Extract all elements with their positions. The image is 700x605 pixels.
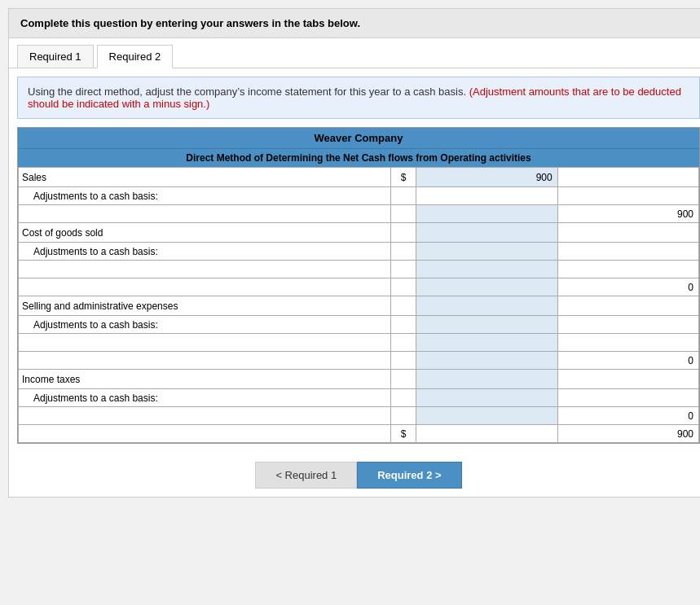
- sales-label: Sales: [19, 168, 391, 187]
- sga-result: 0: [557, 352, 698, 370]
- instruction-bar: Complete this question by entering your …: [9, 9, 700, 38]
- table-container: Weaver Company Direct Method of Determin…: [17, 127, 700, 444]
- tax-adj-input-1[interactable]: [420, 392, 553, 404]
- sga-adj-result-2: [557, 334, 698, 352]
- tax-adj-symbol: [390, 389, 416, 407]
- cogs-adj-input-cell-3[interactable]: [416, 278, 557, 296]
- bottom-nav: < Required 1 Required 2 >: [9, 452, 700, 497]
- cogs-result: 0: [557, 278, 698, 296]
- sga-input[interactable]: [420, 300, 553, 312]
- prev-button-label: < Required 1: [275, 469, 337, 481]
- tab-required1[interactable]: Required 1: [17, 45, 94, 68]
- tax-adj-label-row: Adjustments to a cash basis:: [19, 389, 699, 407]
- sales-adj-symbol-2: [390, 205, 416, 223]
- sales-row: Sales $: [19, 168, 699, 187]
- cogs-adj-label-3: [19, 278, 391, 296]
- info-text: Using the direct method, adjust the comp…: [28, 85, 466, 98]
- cogs-result-blank: [557, 223, 698, 243]
- cogs-adj-input-cell-1[interactable]: [416, 243, 557, 261]
- sales-input[interactable]: [420, 172, 553, 183]
- tabs-row: Required 1 Required 2: [9, 38, 700, 68]
- tab-required1-label: Required 1: [29, 50, 81, 63]
- prev-button[interactable]: < Required 1: [255, 462, 357, 489]
- cogs-adj-symbol: [390, 243, 416, 261]
- tax-adj-input-cell-2[interactable]: [416, 407, 557, 425]
- cogs-label: Cost of goods sold: [19, 223, 391, 243]
- next-button[interactable]: Required 2 >: [357, 462, 461, 489]
- instruction-text: Complete this question by entering your …: [20, 17, 360, 29]
- sales-input-cell[interactable]: [416, 168, 557, 187]
- sga-adj-row-3: 0: [19, 352, 699, 370]
- table-subtitle: Direct Method of Determining the Net Cas…: [18, 148, 699, 167]
- sales-adj-result-1: [557, 187, 698, 205]
- cogs-adj-input-2[interactable]: [420, 264, 553, 275]
- tab-required2[interactable]: Required 2: [97, 45, 174, 68]
- sga-adj-label-2: [19, 334, 391, 352]
- final-symbol: $: [390, 425, 416, 443]
- sga-input-cell[interactable]: [416, 296, 557, 316]
- sales-adj-input-field-1[interactable]: [420, 191, 553, 202]
- tax-row: Income taxes: [19, 370, 699, 389]
- sales-adj-label-2: [19, 205, 391, 223]
- cogs-row: Cost of goods sold: [19, 223, 699, 243]
- sga-adj-result-1: [557, 316, 698, 334]
- tax-adj-input-2[interactable]: [420, 410, 553, 422]
- cogs-adj-result-2: [557, 261, 698, 278]
- final-total-row: $ 900: [19, 425, 699, 443]
- sga-result-blank: [557, 296, 698, 316]
- sga-symbol: [390, 296, 416, 316]
- cogs-adj-input-1[interactable]: [420, 246, 553, 257]
- sga-adj-symbol: [390, 316, 416, 334]
- tax-result: 0: [557, 407, 698, 425]
- cogs-input-cell[interactable]: [416, 223, 557, 243]
- final-input-cell: [416, 425, 557, 443]
- cogs-adj-input-cell-2[interactable]: [416, 261, 557, 278]
- cogs-adj-result-1: [557, 243, 698, 261]
- sga-adj-input-cell-2[interactable]: [416, 334, 557, 352]
- tax-adj-input-cell-1[interactable]: [416, 389, 557, 407]
- cogs-input[interactable]: [420, 227, 553, 239]
- data-table: Sales $ Adjustments to a cash basis:: [18, 167, 699, 443]
- sales-result: 900: [557, 205, 698, 223]
- sga-adj-input-1[interactable]: [420, 319, 553, 331]
- cogs-adj-label-row: Adjustments to a cash basis:: [19, 243, 699, 261]
- sales-symbol: $: [390, 168, 416, 187]
- next-button-label: Required 2 >: [377, 469, 441, 481]
- sales-result-blank: [557, 168, 698, 187]
- sga-adj-symbol-3: [390, 352, 416, 370]
- final-total: 900: [557, 425, 698, 443]
- sga-adj-label: Adjustments to a cash basis:: [19, 316, 391, 334]
- cogs-adj-symbol-3: [390, 278, 416, 296]
- cogs-adj-symbol-2: [390, 261, 416, 278]
- tax-adj-row-2: 0: [19, 407, 699, 425]
- sga-adj-label-row: Adjustments to a cash basis:: [19, 316, 699, 334]
- sales-adj-input-cell-2[interactable]: [416, 205, 557, 223]
- sga-adj-row-2: [19, 334, 699, 352]
- sga-adj-input-3[interactable]: [420, 355, 553, 366]
- sga-adj-symbol-2: [390, 334, 416, 352]
- sales-adj-label-row: Adjustments to a cash basis:: [19, 187, 699, 205]
- tax-adj-result-1: [557, 389, 698, 407]
- info-box: Using the direct method, adjust the comp…: [17, 77, 700, 119]
- tax-symbol: [390, 370, 416, 389]
- sga-adj-input-2[interactable]: [420, 337, 553, 349]
- sga-adj-input-cell-3[interactable]: [416, 352, 557, 370]
- cogs-adj-input-3[interactable]: [420, 282, 553, 293]
- tax-adj-symbol-2: [390, 407, 416, 425]
- tax-input-cell[interactable]: [416, 370, 557, 389]
- sales-adj-row-2: 900: [19, 205, 699, 223]
- tax-label: Income taxes: [19, 370, 391, 389]
- cogs-adj-row-2: [19, 261, 699, 278]
- sales-adj-symbol: [390, 187, 416, 205]
- tax-adj-label-2: [19, 407, 391, 425]
- tab-required2-label: Required 2: [109, 50, 161, 63]
- cogs-adj-label-2: [19, 261, 391, 278]
- cogs-symbol: [390, 223, 416, 243]
- tax-input[interactable]: [420, 374, 553, 385]
- sga-adj-label-3: [19, 352, 391, 370]
- tax-adj-label: Adjustments to a cash basis:: [19, 389, 391, 407]
- sales-adj-input-field-2[interactable]: [420, 208, 553, 220]
- sga-adj-input-cell-1[interactable]: [416, 316, 557, 334]
- sales-adj-input-1[interactable]: [416, 187, 557, 205]
- main-container: Complete this question by entering your …: [8, 8, 700, 498]
